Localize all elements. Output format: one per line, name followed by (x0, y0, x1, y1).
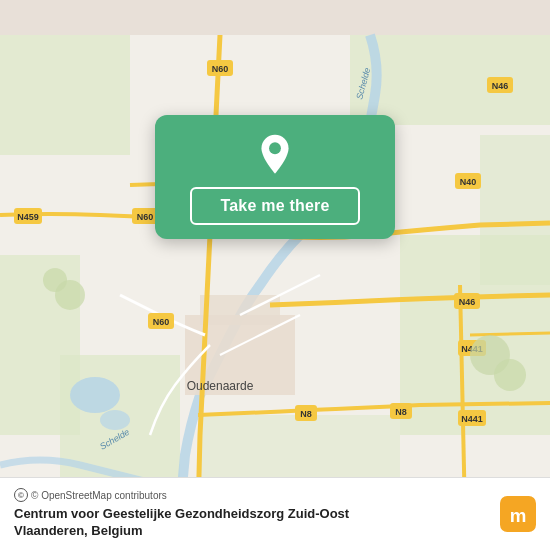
svg-text:N40: N40 (460, 177, 477, 187)
svg-text:N46: N46 (492, 81, 509, 91)
svg-point-35 (70, 377, 120, 413)
svg-rect-1 (0, 35, 130, 155)
svg-text:N60: N60 (137, 212, 154, 222)
bottom-bar: © © OpenStreetMap contributors Centrum v… (0, 477, 550, 550)
location-name: Centrum voor Geestelijke Gezondheidszorg… (14, 506, 394, 540)
svg-point-41 (269, 142, 281, 154)
svg-text:N441: N441 (461, 414, 483, 424)
osm-credit-text: © OpenStreetMap contributors (31, 490, 167, 501)
moovit-logo: m (500, 496, 536, 532)
svg-text:Oudenaarde: Oudenaarde (187, 379, 254, 393)
bottom-bar-info: © © OpenStreetMap contributors Centrum v… (14, 488, 394, 540)
location-card: Take me there (155, 115, 395, 239)
svg-text:N8: N8 (300, 409, 312, 419)
svg-text:N60: N60 (153, 317, 170, 327)
svg-point-40 (494, 359, 526, 391)
moovit-icon: m (500, 496, 536, 532)
svg-text:N459: N459 (17, 212, 39, 222)
take-me-there-button[interactable]: Take me there (190, 187, 359, 225)
svg-text:m: m (510, 505, 527, 526)
svg-point-36 (100, 410, 130, 430)
svg-text:N8: N8 (395, 407, 407, 417)
osm-credit: © © OpenStreetMap contributors (14, 488, 394, 502)
map-container: N60 N60 N60 N46 N40 N46 N441 N441 N459 N… (0, 0, 550, 550)
location-pin-icon (253, 133, 297, 177)
svg-rect-9 (200, 295, 280, 325)
svg-text:N60: N60 (212, 64, 229, 74)
svg-point-38 (43, 268, 67, 292)
svg-rect-7 (480, 135, 550, 285)
svg-text:N46: N46 (459, 297, 476, 307)
map-background: N60 N60 N60 N46 N40 N46 N441 N441 N459 N… (0, 0, 550, 550)
osm-logo: © (14, 488, 28, 502)
